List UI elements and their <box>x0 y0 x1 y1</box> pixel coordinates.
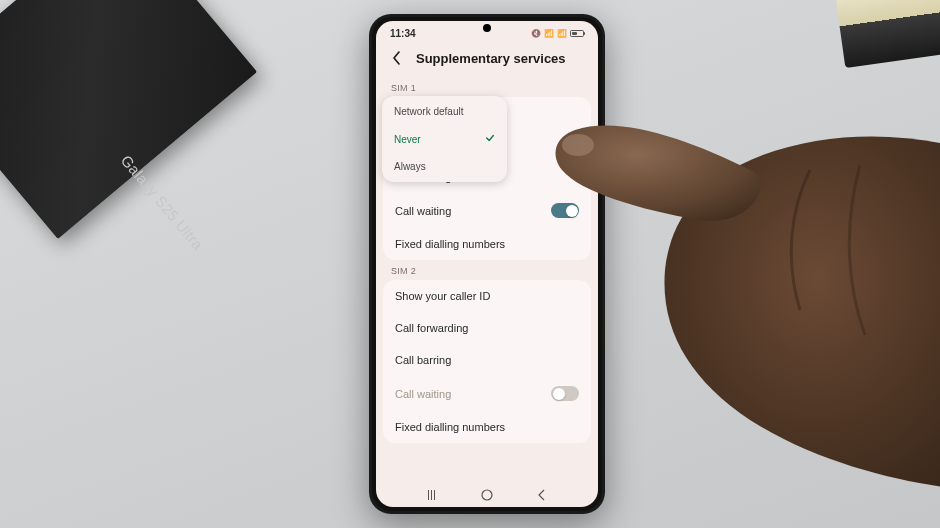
status-icons: 🔇 📶 📶 <box>531 29 584 38</box>
back-icon <box>535 488 549 502</box>
row-label: Fixed dialling numbers <box>395 421 579 433</box>
sim2-section-label: SIM 2 <box>383 260 591 280</box>
phone-bezel: 11:34 🔇 📶 📶 Supplementary services <box>372 17 602 511</box>
dropdown-option-never[interactable]: Never <box>382 125 507 153</box>
status-time: 11:34 <box>390 28 416 39</box>
sim2-card: Show your caller ID Call forwarding Call… <box>383 280 591 443</box>
wifi-icon: 📶 <box>544 29 554 38</box>
chevron-left-icon <box>392 51 402 65</box>
page-header: Supplementary services <box>376 45 598 77</box>
dropdown-option-label: Always <box>394 161 426 172</box>
volume-icon: 🔇 <box>531 29 541 38</box>
home-icon <box>480 488 494 502</box>
battery-icon <box>570 30 584 37</box>
sim1-call-waiting-row[interactable]: Call waiting <box>383 193 591 228</box>
dropdown-option-always[interactable]: Always <box>382 153 507 180</box>
row-label: Show your caller ID <box>395 290 579 302</box>
nav-home-button[interactable] <box>472 488 502 502</box>
dropdown-option-label: Network default <box>394 106 463 117</box>
row-label: Fixed dialling numbers <box>395 238 579 250</box>
sim2-call-waiting-row[interactable]: Call waiting <box>383 376 591 411</box>
row-label: Call barring <box>395 354 579 366</box>
sim2-fixed-dialling-row[interactable]: Fixed dialling numbers <box>383 411 591 443</box>
row-label: Call waiting <box>395 205 551 217</box>
product-box-label: Galaxy S25 Ultra <box>118 152 207 253</box>
sim2-caller-id-row[interactable]: Show your caller ID <box>383 280 591 312</box>
phone-screen: 11:34 🔇 📶 📶 Supplementary services <box>376 21 598 507</box>
product-box: Galaxy S25 Ultra <box>0 0 257 239</box>
settings-content: SIM 1 Network default Never <box>376 77 598 483</box>
caller-id-dropdown: Network default Never Always <box>382 96 507 182</box>
row-label: Call waiting <box>395 388 551 400</box>
nav-recents-button[interactable] <box>417 488 447 502</box>
svg-point-0 <box>482 490 492 500</box>
navigation-bar <box>376 483 598 507</box>
signal-icon: 📶 <box>557 29 567 38</box>
corner-object <box>836 0 940 68</box>
sim1-call-waiting-toggle[interactable] <box>551 203 579 218</box>
sim1-card: Network default Never Always <box>383 97 591 260</box>
sim2-call-forwarding-row[interactable]: Call forwarding <box>383 312 591 344</box>
dropdown-option-label: Never <box>394 134 421 145</box>
page-title: Supplementary services <box>416 51 566 66</box>
row-label: Call forwarding <box>395 322 579 334</box>
nav-back-button[interactable] <box>527 488 557 502</box>
recents-icon <box>428 490 435 500</box>
hand <box>550 70 940 500</box>
phone-frame: 11:34 🔇 📶 📶 Supplementary services <box>369 14 605 514</box>
dropdown-option-network-default[interactable]: Network default <box>382 98 507 125</box>
camera-punch-hole <box>483 24 491 32</box>
sim1-section-label: SIM 1 <box>383 77 591 97</box>
back-button[interactable] <box>388 49 406 67</box>
sim2-call-barring-row[interactable]: Call barring <box>383 344 591 376</box>
sim2-call-waiting-toggle[interactable] <box>551 386 579 401</box>
sim1-fixed-dialling-row[interactable]: Fixed dialling numbers <box>383 228 591 260</box>
check-icon <box>485 133 495 145</box>
